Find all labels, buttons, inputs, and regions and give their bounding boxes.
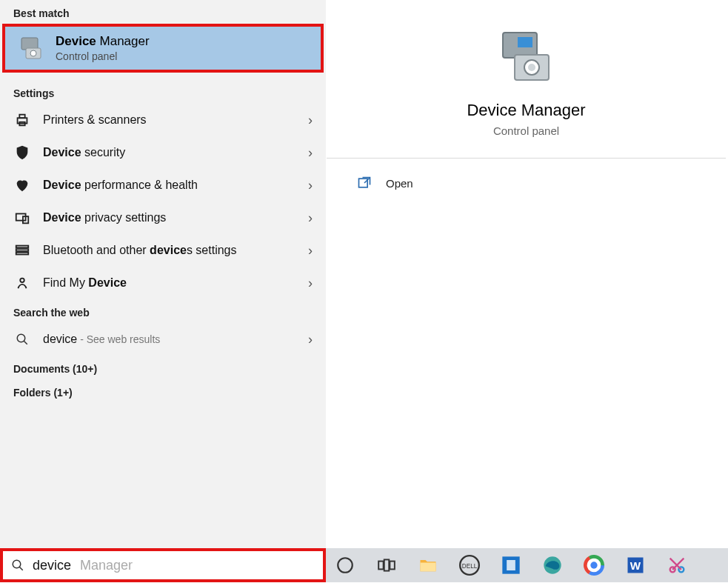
svg-line-13 xyxy=(24,341,27,344)
open-action[interactable]: Open xyxy=(327,159,726,207)
svg-point-36 xyxy=(590,562,597,568)
web-header: Search the web xyxy=(0,299,326,323)
svg-text:W: W xyxy=(630,559,641,572)
taskbar: DELLW xyxy=(326,548,728,582)
search-bar[interactable]: Manager xyxy=(0,548,326,582)
settings-item-label: Printers & scanners xyxy=(43,113,308,127)
settings-item-0[interactable]: Printers & scanners› xyxy=(0,104,326,136)
device-manager-icon xyxy=(19,35,45,61)
best-match-title-bold: Device xyxy=(56,34,96,48)
privacy-icon xyxy=(13,209,31,227)
heart-icon xyxy=(13,176,31,194)
printer-icon xyxy=(13,111,31,129)
svg-point-11 xyxy=(20,279,24,283)
settings-item-3[interactable]: Device privacy settings› xyxy=(0,201,326,234)
detail-head: Device Manager Control panel xyxy=(327,0,726,159)
chevron-right-icon: › xyxy=(308,332,313,347)
svg-point-18 xyxy=(528,64,535,71)
svg-rect-26 xyxy=(421,563,436,572)
open-icon xyxy=(356,175,373,191)
svg-text:DELL: DELL xyxy=(462,563,478,570)
web-result-label: device - See web results xyxy=(43,333,308,346)
svg-rect-24 xyxy=(384,559,390,570)
settings-item-label: Bluetooth and other devices settings xyxy=(43,244,308,257)
chevron-right-icon: › xyxy=(308,243,313,259)
settings-item-1[interactable]: Device security› xyxy=(0,136,326,169)
app-square-icon[interactable] xyxy=(498,552,524,579)
word-icon[interactable]: W xyxy=(622,552,649,579)
search-icon xyxy=(13,330,31,348)
settings-item-label: Device privacy settings xyxy=(43,211,308,224)
settings-item-4[interactable]: Bluetooth and other devices settings› xyxy=(0,234,326,267)
folders-header[interactable]: Folders (1+) xyxy=(0,379,326,403)
svg-rect-8 xyxy=(16,246,29,248)
settings-item-label: Find My Device xyxy=(43,276,308,290)
svg-point-22 xyxy=(338,558,353,573)
best-match-subtitle: Control panel xyxy=(56,50,150,62)
chevron-right-icon: › xyxy=(308,210,313,226)
best-match-device-manager[interactable]: Device Manager Control panel xyxy=(2,24,324,73)
svg-point-2 xyxy=(30,50,36,56)
svg-rect-10 xyxy=(16,253,29,255)
cortana-icon[interactable] xyxy=(332,552,358,579)
best-match-header: Best match xyxy=(0,0,326,24)
chevron-right-icon: › xyxy=(308,178,313,193)
search-input[interactable] xyxy=(33,558,315,573)
svg-rect-4 xyxy=(19,115,24,119)
settings-item-label: Device security xyxy=(43,146,308,159)
best-match-text: Device Manager Control panel xyxy=(56,34,150,62)
settings-item-2[interactable]: Device performance & health› xyxy=(0,169,326,201)
chevron-right-icon: › xyxy=(308,113,313,128)
shield-icon xyxy=(13,144,31,161)
svg-rect-25 xyxy=(390,562,395,570)
documents-header[interactable]: Documents (10+) xyxy=(0,356,326,379)
search-results-panel: Best match Device Manager Control panel … xyxy=(0,0,326,548)
detail-subtitle: Control panel xyxy=(493,124,559,137)
web-result-device[interactable]: device - See web results › xyxy=(0,323,326,356)
svg-rect-19 xyxy=(359,179,368,187)
detail-panel: Device Manager Control panel Open xyxy=(326,0,726,548)
best-match-title-rest: Manager xyxy=(96,34,150,48)
bluetooth-icon xyxy=(13,241,31,259)
settings-item-5[interactable]: Find My Device› xyxy=(0,267,326,299)
settings-item-label: Device performance & health xyxy=(43,179,308,192)
svg-point-12 xyxy=(17,334,25,342)
chrome-icon[interactable] xyxy=(581,552,607,579)
svg-point-20 xyxy=(13,560,21,568)
web-query: device xyxy=(43,333,77,345)
svg-line-21 xyxy=(19,567,23,570)
device-manager-icon-large xyxy=(495,25,558,87)
edge-icon[interactable] xyxy=(539,552,566,579)
dell-icon[interactable]: DELL xyxy=(456,552,483,579)
web-suffix: - See web results xyxy=(77,333,160,345)
chevron-right-icon: › xyxy=(308,276,313,291)
svg-rect-9 xyxy=(16,249,29,251)
snip-icon[interactable] xyxy=(664,552,690,579)
search-icon xyxy=(10,558,25,573)
file-explorer-icon[interactable] xyxy=(415,552,441,579)
settings-header: Settings xyxy=(0,80,326,104)
svg-rect-30 xyxy=(507,560,515,570)
findmy-icon xyxy=(13,274,31,292)
open-label: Open xyxy=(386,177,413,190)
taskview-icon[interactable] xyxy=(373,552,400,579)
chevron-right-icon: › xyxy=(308,145,313,161)
svg-rect-15 xyxy=(518,37,532,47)
svg-rect-23 xyxy=(378,562,384,570)
detail-title: Device Manager xyxy=(467,101,585,120)
